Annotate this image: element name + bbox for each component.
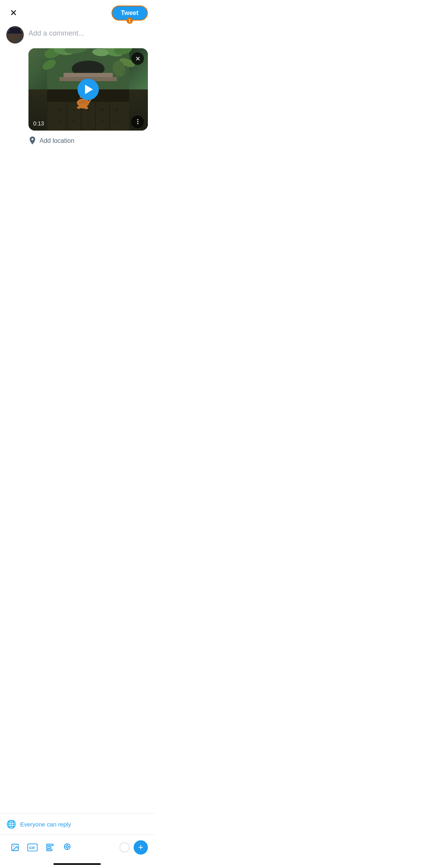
svg-point-16: [73, 109, 75, 111]
dot-3: [137, 123, 138, 124]
close-video-button[interactable]: ✕: [131, 52, 144, 65]
tweet-button[interactable]: Tweet 1: [111, 6, 148, 21]
location-svg: [29, 136, 36, 145]
svg-point-31: [77, 106, 81, 108]
tweet-button-label: Tweet: [121, 9, 138, 16]
svg-point-15: [59, 109, 60, 111]
svg-rect-14: [47, 102, 129, 131]
svg-point-32: [84, 106, 88, 109]
close-video-icon: ✕: [135, 55, 140, 63]
svg-point-20: [59, 119, 60, 121]
dot-2: [137, 121, 138, 122]
svg-point-17: [87, 109, 89, 111]
avatar: [6, 26, 24, 44]
video-more-button[interactable]: [131, 116, 144, 128]
svg-point-22: [87, 119, 89, 121]
play-button[interactable]: [77, 79, 99, 100]
play-icon: [85, 85, 93, 94]
location-pin-icon: [28, 137, 36, 145]
tweet-badge: 1: [127, 17, 133, 24]
add-location-label: Add location: [40, 137, 74, 144]
dot-1: [137, 119, 138, 120]
svg-point-18: [102, 109, 103, 111]
svg-point-21: [73, 119, 75, 121]
video-container: ✕ 0:13: [28, 48, 148, 131]
add-location-button[interactable]: Add location: [0, 131, 154, 151]
avatar-hat: [9, 28, 21, 32]
compose-area: Add a comment...: [0, 25, 154, 48]
avatar-image: [6, 26, 24, 44]
svg-point-19: [116, 109, 118, 111]
video-duration: 0:13: [33, 120, 44, 127]
comment-input[interactable]: Add a comment...: [28, 26, 84, 38]
svg-point-23: [102, 119, 103, 121]
header: ✕ Tweet 1: [0, 0, 154, 25]
svg-point-24: [116, 119, 118, 121]
close-icon: ✕: [10, 8, 17, 18]
close-button[interactable]: ✕: [6, 6, 21, 20]
